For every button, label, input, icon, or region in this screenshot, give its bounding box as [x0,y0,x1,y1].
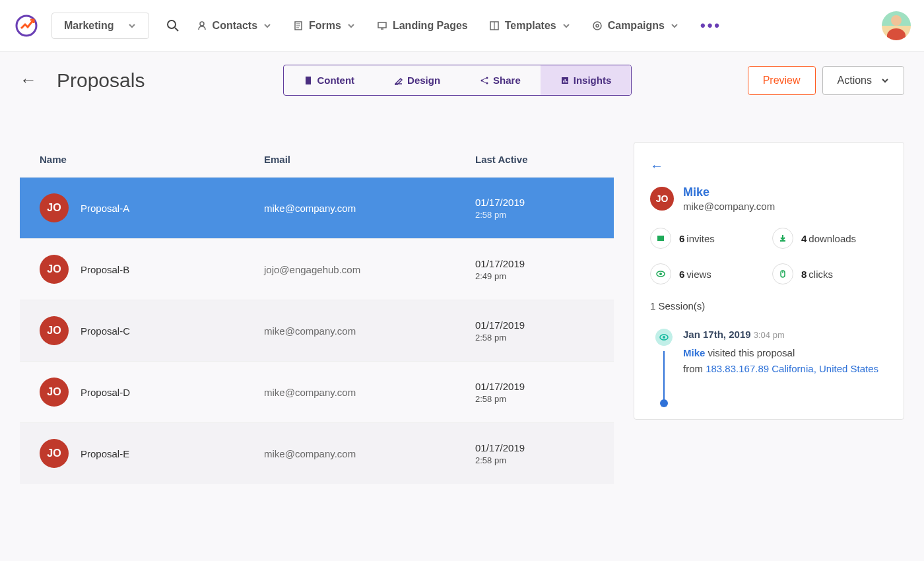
timeline-user[interactable]: Mike [683,347,705,358]
nav-label: Contacts [213,20,257,32]
svg-rect-4 [378,22,386,28]
app-logo[interactable] [13,13,40,39]
pencil-icon [394,76,403,85]
detail-back-button[interactable]: ← [650,158,663,174]
row-time: 2:58 pm [475,394,594,404]
row-last: 01/17/2019 2:58 pm [475,319,594,343]
more-menu[interactable]: ••• [700,17,721,34]
chevron-down-icon [670,21,679,30]
svg-rect-15 [566,81,568,82]
nav-landing-pages[interactable]: Landing Pages [377,20,468,32]
detail-name[interactable]: Mike [683,185,775,199]
row-time: 2:49 pm [475,271,594,281]
tab-content[interactable]: Content [284,65,374,95]
back-button[interactable]: ← [20,70,37,90]
page-actions: Preview Actions [748,66,904,95]
tab-design[interactable]: Design [374,65,460,95]
row-date: 01/17/2019 [475,319,594,331]
preview-button[interactable]: Preview [748,66,816,95]
row-email: jojo@engagehub.com [264,264,475,275]
download-icon [772,228,793,249]
row-last: 01/17/2019 2:49 pm [475,258,594,281]
table-row[interactable]: JO Proposal-A mike@company.com 01/17/201… [20,177,614,238]
svg-point-18 [659,273,662,275]
row-name: Proposal-E [81,448,264,459]
nav-campaigns[interactable]: Campaigns [592,20,679,32]
tab-label: Share [493,75,521,86]
timeline-location[interactable]: 183.83.167.89 California, United States [706,363,878,374]
timeline-body: Mike visited this proposal from 183.83.1… [683,345,888,403]
timeline-end-dot [660,399,668,407]
svg-point-7 [596,24,599,27]
eye-icon [650,263,671,284]
content: Name Email Last Active JO Proposal-A mik… [0,96,924,484]
stat-invites: 6invites [650,228,766,249]
row-date: 01/17/2019 [475,258,594,269]
subheader: ← Proposals Content Design Share Insight… [0,51,924,96]
row-date: 01/17/2019 [475,197,594,208]
svg-point-6 [593,22,601,30]
row-name: Proposal-A [81,203,264,214]
tab-label: Content [317,75,354,86]
nav-label: Landing Pages [393,20,468,32]
nav-contacts[interactable]: Contacts [197,20,272,32]
detail-avatar: JO [650,187,674,211]
nav-label: Forms [309,20,341,32]
row-date: 01/17/2019 [475,381,594,392]
module-selector[interactable]: Marketing [51,13,149,39]
row-time: 2:58 pm [475,455,594,465]
table-row[interactable]: JO Proposal-D mike@company.com 01/17/201… [20,361,614,422]
chart-icon [560,76,570,85]
tab-label: Design [407,75,440,86]
row-avatar: JO [40,439,69,468]
row-email: mike@company.com [264,203,475,214]
form-icon [293,20,304,31]
tab-share[interactable]: Share [460,65,541,95]
timeline-action: visited this proposal [708,347,795,358]
user-avatar[interactable] [882,11,911,40]
eye-icon [655,329,673,346]
svg-rect-14 [564,79,566,82]
stat-views: 6views [650,263,766,284]
chevron-down-icon [562,21,571,30]
topbar: Marketing Contacts Forms Landing Pages T… [0,0,924,51]
search-button[interactable] [161,14,185,38]
svg-point-21 [663,336,665,339]
col-header-name: Name [40,154,264,165]
row-name: Proposal-C [81,325,264,337]
nav-label: Campaigns [608,20,665,32]
row-date: 01/17/2019 [475,442,594,453]
nav-templates[interactable]: Templates [489,20,571,32]
proposals-table: Name Email Last Active JO Proposal-A mik… [20,142,614,484]
actions-label: Actions [838,75,872,86]
col-header-last: Last Active [475,154,594,165]
chevron-down-icon [263,21,272,30]
chevron-down-icon [127,21,137,30]
nav-forms[interactable]: Forms [293,20,356,32]
detail-panel: ← JO Mike mike@company.com 6invites 4dow… [634,142,904,420]
row-last: 01/17/2019 2:58 pm [475,381,594,404]
table-row[interactable]: JO Proposal-C mike@company.com 01/17/201… [20,300,614,361]
contact-icon [197,20,207,31]
row-name: Proposal-D [81,387,264,398]
row-avatar: JO [40,378,69,407]
row-time: 2:58 pm [475,333,594,343]
tab-insights[interactable]: Insights [541,65,632,95]
svg-point-2 [200,22,204,26]
monitor-icon [377,20,387,31]
main-nav: Contacts Forms Landing Pages Templates C… [197,17,721,34]
row-email: mike@company.com [264,448,475,459]
row-avatar: JO [40,255,69,284]
col-header-email: Email [264,154,475,165]
chevron-down-icon [881,77,889,84]
file-icon [304,76,313,85]
row-email: mike@company.com [264,387,475,398]
table-row[interactable]: JO Proposal-E mike@company.com 01/17/201… [20,422,614,484]
page-title: Proposals [57,69,145,92]
actions-button[interactable]: Actions [822,66,904,95]
chevron-down-icon [346,21,356,30]
tab-label: Insights [574,75,612,86]
table-row[interactable]: JO Proposal-B jojo@engagehub.com 01/17/2… [20,238,614,300]
mouse-icon [772,263,793,284]
sessions-count: 1 Session(s) [650,300,888,312]
